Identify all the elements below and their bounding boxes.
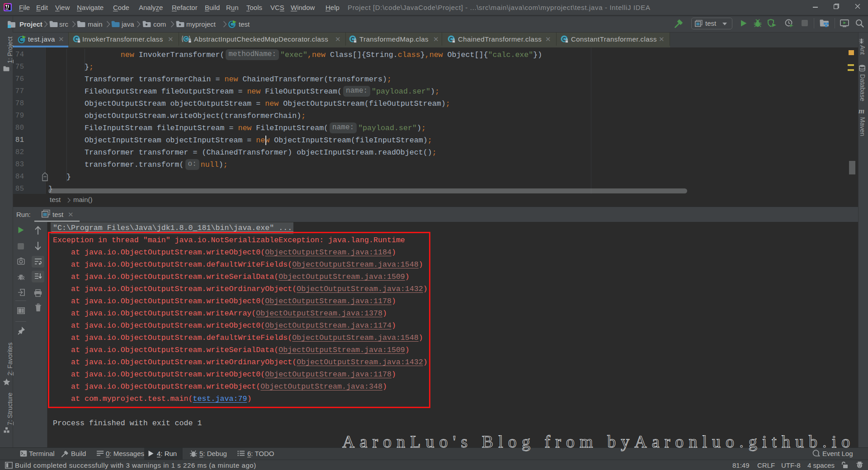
svg-text:C: C [184,36,188,42]
